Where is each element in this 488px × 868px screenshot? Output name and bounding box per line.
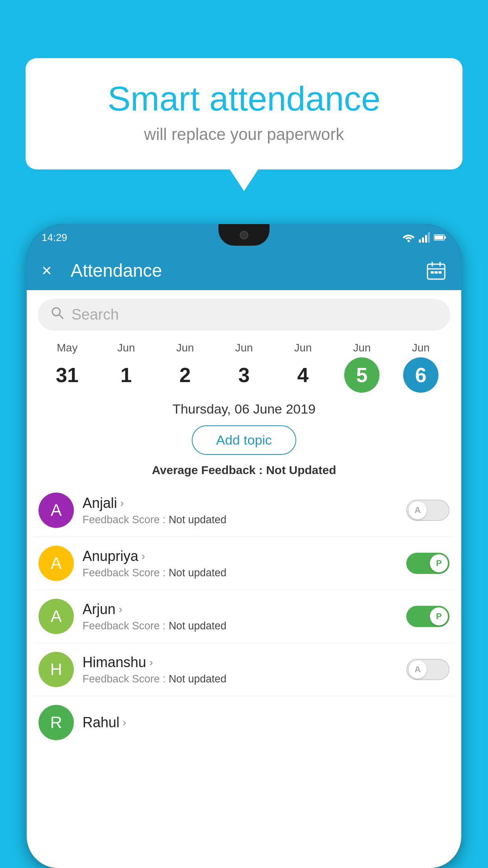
calendar-icon[interactable] [426,260,446,281]
svg-rect-6 [444,236,446,239]
avatar-himanshu: H [39,652,74,687]
phone-frame: 14:29 [27,224,461,868]
student-name-arjun: Arjun › [83,601,398,618]
chevron-right-icon: › [123,716,126,729]
search-bar[interactable]: Search [38,299,450,331]
student-name-anupriya: Anupriya › [83,548,398,565]
battery-icon [434,234,446,241]
student-info-himanshu: Himanshu › Feedback Score : Not updated [83,654,398,685]
chevron-right-icon: › [141,550,145,563]
avatar-arjun: A [39,599,74,634]
toggle-anupriya[interactable]: P [406,553,449,574]
feedback-score-anupriya: Feedback Score : Not updated [83,567,398,579]
svg-line-16 [59,314,63,318]
svg-rect-14 [438,271,442,274]
svg-rect-2 [422,237,424,243]
phone-screen: Search May 31 Jun 1 Jun 2 Jun 3 Jun 4 [27,290,461,868]
student-info-partial: Rahul › [83,714,449,731]
svg-rect-4 [428,232,430,243]
feedback-score-anjali: Feedback Score : Not updated [83,514,398,526]
toggle-arjun[interactable]: P [406,606,449,627]
search-input[interactable]: Search [72,306,119,323]
selected-date-label: Thursday, 06 June 2019 [27,401,461,417]
toggle-himanshu[interactable]: A [406,659,449,680]
date-strip: May 31 Jun 1 Jun 2 Jun 3 Jun 4 Jun 5 [27,331,461,393]
status-icons [402,232,446,243]
date-jun6[interactable]: Jun 6 [391,342,450,393]
avatar-anjali: A [39,493,74,528]
student-item-anupriya[interactable]: A Anupriya › Feedback Score : Not update… [34,537,454,590]
chevron-right-icon: › [149,656,153,669]
student-item-partial: R Rahul › [34,696,454,740]
add-topic-button[interactable]: Add topic [192,425,296,455]
avatar-partial: R [39,705,74,740]
student-name-himanshu: Himanshu › [83,654,398,671]
date-jun2[interactable]: Jun 2 [156,342,215,393]
svg-rect-1 [419,239,421,243]
student-info-anjali: Anjali › Feedback Score : Not updated [83,495,398,526]
date-may31[interactable]: May 31 [38,342,97,393]
svg-rect-7 [435,235,443,239]
feedback-score-arjun: Feedback Score : Not updated [83,620,398,632]
student-name-partial: Rahul › [83,714,449,731]
student-info-arjun: Arjun › Feedback Score : Not updated [83,601,398,632]
average-feedback: Average Feedback : Not Updated [27,463,461,477]
speech-bubble: Smart attendance will replace your paper… [26,58,462,169]
svg-rect-12 [431,271,434,274]
close-button[interactable]: × [42,261,52,280]
status-bar: 14:29 [27,224,461,251]
app-header: × Attendance [27,251,461,290]
search-icon [50,306,64,324]
avatar-anupriya: A [39,546,74,581]
camera [240,231,248,239]
notch [218,224,270,246]
attendance-toggle-anjali[interactable]: A [406,500,449,521]
date-jun3[interactable]: Jun 3 [215,342,273,393]
student-name-anjali: Anjali › [83,495,398,511]
attendance-toggle-arjun[interactable]: P [406,606,449,627]
svg-rect-13 [435,271,438,274]
feedback-score-himanshu: Feedback Score : Not updated [83,673,398,685]
student-item-arjun[interactable]: A Arjun › Feedback Score : Not updated P [34,590,454,643]
student-item-himanshu[interactable]: H Himanshu › Feedback Score : Not update… [34,643,454,696]
status-time: 14:29 [42,232,67,244]
signal-icon [419,232,430,243]
toggle-anjali[interactable]: A [406,500,449,521]
bubble-subtitle: will replace your paperwork [49,125,439,144]
svg-rect-3 [425,235,427,243]
student-list: A Anjali › Feedback Score : Not updated … [27,484,461,740]
attendance-toggle-himanshu[interactable]: A [406,659,449,680]
app-title: Attendance [71,260,426,281]
date-jun1[interactable]: Jun 1 [97,342,156,393]
chevron-right-icon: › [119,603,122,616]
wifi-icon [402,232,415,243]
chevron-right-icon: › [120,497,124,509]
bubble-title: Smart attendance [49,80,439,118]
date-jun4[interactable]: Jun 4 [273,342,332,393]
student-item-anjali[interactable]: A Anjali › Feedback Score : Not updated … [34,484,454,537]
attendance-toggle-anupriya[interactable]: P [406,553,449,574]
student-info-anupriya: Anupriya › Feedback Score : Not updated [83,548,398,579]
svg-point-0 [407,240,410,242]
date-jun5[interactable]: Jun 5 [332,342,391,393]
